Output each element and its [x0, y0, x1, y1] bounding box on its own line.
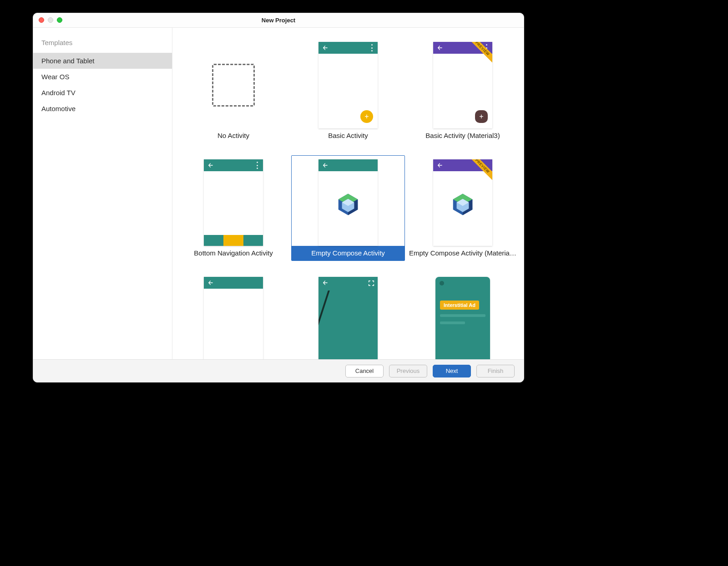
template-thumbnail [204, 159, 263, 246]
fullscreen-icon [368, 280, 375, 287]
template-scroll-area[interactable]: No Activity+Basic ActivityPREVIEW+Basic … [172, 28, 524, 359]
app-bar [204, 159, 263, 171]
template-card[interactable]: Empty Compose Activity [291, 155, 405, 261]
back-arrow-icon [437, 162, 443, 168]
template-card[interactable]: +Basic Activity [291, 38, 405, 143]
back-arrow-icon [322, 162, 329, 168]
finish-button[interactable]: Finish [476, 365, 515, 377]
back-arrow-icon [207, 162, 214, 168]
template-thumbnail: + [318, 42, 378, 128]
close-window-button[interactable] [39, 17, 44, 23]
sidebar-item-wear-os[interactable]: Wear OS [33, 69, 172, 85]
dashed-placeholder-icon [212, 64, 255, 107]
template-card[interactable]: No Activity [177, 38, 290, 143]
new-project-window: New Project Templates Phone and TabletWe… [33, 13, 524, 382]
template-gallery: No Activity+Basic ActivityPREVIEW+Basic … [172, 28, 524, 359]
app-bar [204, 277, 263, 289]
template-thumbnail: PREVIEW+ [433, 42, 492, 128]
template-thumbnail [204, 42, 263, 128]
fab-icon: + [475, 110, 488, 123]
back-arrow-icon [322, 280, 329, 286]
back-arrow-icon [322, 45, 329, 51]
next-button[interactable]: Next [433, 365, 471, 377]
back-arrow-icon [207, 280, 214, 286]
template-card[interactable]: Fullscreen Activity [291, 273, 405, 359]
template-label: No Activity [177, 128, 290, 143]
template-card[interactable]: Bottom Navigation Activity [177, 155, 290, 261]
template-card[interactable]: PREVIEWEmpty Compose Activity (Material3… [406, 155, 520, 261]
fab-icon: + [360, 110, 373, 123]
sidebar-header: Templates [33, 35, 172, 53]
template-label: Empty Compose Activity [292, 246, 404, 260]
template-card[interactable]: PREVIEW+Basic Activity (Material3) [406, 38, 520, 143]
template-thumbnail [318, 159, 378, 246]
template-thumbnail [318, 277, 378, 359]
sidebar-item-android-tv[interactable]: Android TV [33, 85, 172, 101]
titlebar: New Project [33, 13, 524, 28]
app-bar [318, 42, 378, 54]
template-label: Basic Activity [292, 128, 404, 143]
app-bar [318, 159, 378, 171]
zoom-window-button[interactable] [57, 17, 62, 23]
minimize-window-button[interactable] [48, 17, 53, 23]
template-label: Empty Compose Activity (Material3) [406, 246, 519, 260]
template-thumbnail [204, 277, 263, 359]
compose-logo-icon [450, 192, 475, 217]
window-title: New Project [262, 17, 295, 24]
cancel-button[interactable]: Cancel [345, 365, 384, 377]
template-label: Bottom Navigation Activity [177, 246, 290, 260]
bottom-navigation-icon [204, 235, 263, 246]
dialog-footer: Cancel Previous Next Finish [33, 359, 524, 382]
template-label: Basic Activity (Material3) [406, 128, 519, 143]
template-thumbnail: PREVIEW [433, 159, 492, 246]
ad-badge: Interstitial Ad [440, 301, 479, 310]
compose-logo-icon [335, 192, 361, 217]
window-controls [39, 17, 62, 23]
back-arrow-icon [437, 45, 443, 51]
overflow-menu-icon [254, 162, 260, 169]
sidebar: Templates Phone and TabletWear OSAndroid… [33, 28, 172, 359]
previous-button[interactable]: Previous [389, 365, 427, 377]
dialog-body: Templates Phone and TabletWear OSAndroid… [33, 28, 524, 359]
template-card[interactable]: Empty Activity [177, 273, 290, 359]
sidebar-item-phone-and-tablet[interactable]: Phone and Tablet [33, 53, 172, 69]
template-card[interactable]: Interstitial AdGoogle AdMob Ads Activity [406, 273, 520, 359]
sidebar-item-automotive[interactable]: Automotive [33, 101, 172, 117]
overflow-menu-icon [369, 44, 375, 51]
template-thumbnail: Interstitial Ad [435, 277, 490, 359]
